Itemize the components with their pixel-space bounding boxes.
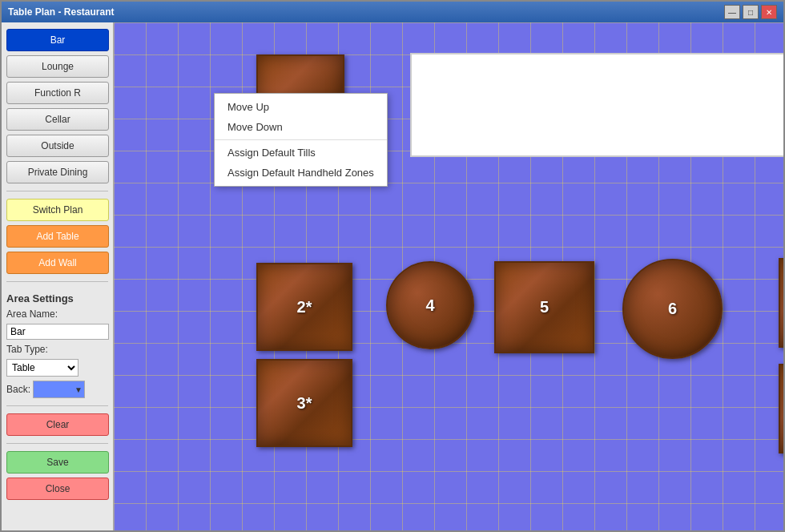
- main-window: Table Plan - Restaurant — □ ✕ Bar Lounge…: [0, 0, 785, 532]
- close-window-button[interactable]: ✕: [761, 5, 777, 19]
- divider-1: [6, 191, 108, 191]
- table-3-label: 3*: [297, 394, 312, 413]
- context-menu-assign-tills[interactable]: Assign Default Tills: [215, 143, 387, 163]
- area-name-value: Bar: [6, 324, 109, 340]
- table-6-label: 6: [668, 300, 677, 318]
- canvas-area[interactable]: 2* 3* 4 5 6 7* 8* Move Up: [114, 22, 783, 530]
- table-5-label: 5: [540, 298, 549, 316]
- minimize-button[interactable]: —: [724, 5, 740, 19]
- area-settings-title: Area Settings: [6, 292, 108, 304]
- tab-type-select[interactable]: Table Bar Tab Function: [6, 359, 78, 377]
- sidebar-item-lounge[interactable]: Lounge: [6, 55, 109, 78]
- add-table-button[interactable]: Add Table: [6, 225, 109, 248]
- sidebar-item-private-dining[interactable]: Private Dining: [6, 161, 109, 183]
- context-menu: Move Up Move Down Assign Default Tills A…: [214, 93, 388, 187]
- window-controls: — □ ✕: [724, 5, 777, 19]
- divider-3: [6, 405, 108, 406]
- area-name-label: Area Name:: [6, 308, 108, 320]
- title-bar: Table Plan - Restaurant — □ ✕: [2, 2, 783, 22]
- tab-type-row: Table Bar Tab Function: [6, 359, 108, 377]
- divider-4: [6, 443, 108, 444]
- maximize-button[interactable]: □: [743, 5, 759, 19]
- table-6[interactable]: 6: [622, 259, 723, 359]
- save-button[interactable]: Save: [6, 451, 109, 474]
- sidebar-item-bar[interactable]: Bar: [6, 29, 109, 51]
- table-5[interactable]: 5: [494, 261, 594, 353]
- switch-plan-button[interactable]: Switch Plan: [6, 199, 109, 221]
- divider-2: [6, 281, 108, 282]
- context-menu-move-down[interactable]: Move Down: [215, 117, 387, 137]
- close-button[interactable]: Close: [6, 478, 109, 500]
- table-2-label: 2*: [297, 298, 312, 316]
- window-title: Table Plan - Restaurant: [8, 6, 114, 18]
- context-menu-separator: [215, 139, 387, 140]
- table-2[interactable]: 2*: [256, 263, 352, 351]
- sidebar: Bar Lounge Function R Cellar Outside Pri…: [2, 22, 114, 530]
- context-menu-move-up[interactable]: Move Up: [215, 97, 387, 117]
- table-8[interactable]: 8*: [779, 364, 783, 453]
- sidebar-item-outside[interactable]: Outside: [6, 135, 109, 157]
- back-label: Back:: [6, 384, 30, 395]
- back-row: Back: ▼: [6, 381, 108, 398]
- add-wall-button[interactable]: Add Wall: [6, 252, 109, 274]
- main-content: Bar Lounge Function R Cellar Outside Pri…: [2, 22, 783, 530]
- table-3[interactable]: 3*: [256, 359, 352, 447]
- clear-button[interactable]: Clear: [6, 413, 109, 436]
- table-4[interactable]: 4: [386, 261, 474, 349]
- tab-type-label: Tab Type:: [6, 344, 108, 355]
- table-7[interactable]: 7*: [779, 258, 783, 348]
- sidebar-item-cellar[interactable]: Cellar: [6, 108, 109, 131]
- table-4-label: 4: [425, 296, 434, 315]
- context-menu-assign-handheld[interactable]: Assign Default Handheld Zones: [215, 163, 387, 183]
- sidebar-item-function[interactable]: Function R: [6, 82, 109, 104]
- color-picker-arrow: ▼: [74, 385, 83, 394]
- table-1-white: [410, 53, 783, 157]
- back-color-picker[interactable]: ▼: [33, 381, 85, 398]
